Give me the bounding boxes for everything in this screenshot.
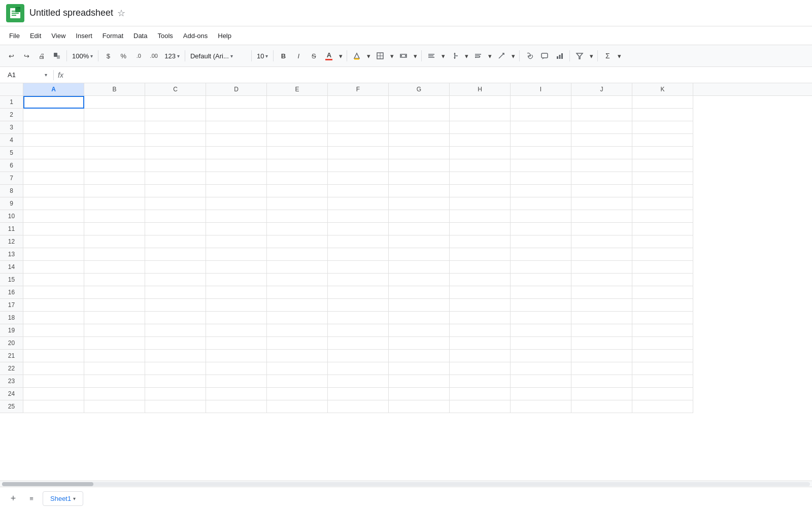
row-num-15[interactable]: 15 bbox=[0, 274, 23, 286]
cell-K25[interactable] bbox=[632, 400, 693, 413]
cell-B5[interactable] bbox=[84, 147, 145, 159]
font-color-button[interactable]: A bbox=[322, 48, 336, 63]
cell-F4[interactable] bbox=[328, 134, 389, 147]
cell-H14[interactable] bbox=[450, 261, 511, 274]
text-wrap-button[interactable] bbox=[471, 48, 485, 63]
cell-F17[interactable] bbox=[328, 299, 389, 312]
col-header-E[interactable]: E bbox=[267, 83, 328, 95]
cell-K24[interactable] bbox=[632, 388, 693, 400]
zoom-select[interactable]: 100% ▾ bbox=[70, 49, 95, 63]
cell-D10[interactable] bbox=[206, 210, 267, 223]
cell-J21[interactable] bbox=[571, 350, 632, 362]
cell-I21[interactable] bbox=[511, 350, 571, 362]
align-h-button[interactable] bbox=[424, 48, 438, 63]
row-num-23[interactable]: 23 bbox=[0, 375, 23, 388]
cell-G24[interactable] bbox=[389, 388, 450, 400]
cell-F5[interactable] bbox=[328, 147, 389, 159]
cell-F24[interactable] bbox=[328, 388, 389, 400]
cell-H8[interactable] bbox=[450, 185, 511, 197]
row-num-3[interactable]: 3 bbox=[0, 121, 23, 134]
row-num-12[interactable]: 12 bbox=[0, 235, 23, 248]
cell-H6[interactable] bbox=[450, 159, 511, 172]
cell-B8[interactable] bbox=[84, 185, 145, 197]
cell-K3[interactable] bbox=[632, 121, 693, 134]
cell-E11[interactable] bbox=[267, 223, 328, 235]
cell-E18[interactable] bbox=[267, 312, 328, 324]
cell-B12[interactable] bbox=[84, 235, 145, 248]
cell-J20[interactable] bbox=[571, 337, 632, 350]
cell-G21[interactable] bbox=[389, 350, 450, 362]
cell-G2[interactable] bbox=[389, 109, 450, 121]
cell-I24[interactable] bbox=[511, 388, 571, 400]
cell-G16[interactable] bbox=[389, 286, 450, 299]
cell-F7[interactable] bbox=[328, 172, 389, 185]
cell-H23[interactable] bbox=[450, 375, 511, 388]
cell-D6[interactable] bbox=[206, 159, 267, 172]
cell-K2[interactable] bbox=[632, 109, 693, 121]
cell-B18[interactable] bbox=[84, 312, 145, 324]
bold-button[interactable]: B bbox=[276, 48, 290, 63]
cell-H21[interactable] bbox=[450, 350, 511, 362]
cell-A7[interactable] bbox=[23, 172, 84, 185]
cell-G19[interactable] bbox=[389, 324, 450, 337]
merge-dropdown[interactable]: ▾ bbox=[412, 48, 419, 63]
cell-K5[interactable] bbox=[632, 147, 693, 159]
cell-B3[interactable] bbox=[84, 121, 145, 134]
row-num-19[interactable]: 19 bbox=[0, 324, 23, 337]
sheet1-arrow[interactable]: ▾ bbox=[73, 496, 76, 501]
cell-I18[interactable] bbox=[511, 312, 571, 324]
cell-C18[interactable] bbox=[145, 312, 206, 324]
cell-F8[interactable] bbox=[328, 185, 389, 197]
cell-H10[interactable] bbox=[450, 210, 511, 223]
row-num-24[interactable]: 24 bbox=[0, 388, 23, 400]
comment-button[interactable] bbox=[537, 48, 552, 63]
formula-input[interactable] bbox=[67, 71, 808, 79]
cell-B25[interactable] bbox=[84, 400, 145, 413]
cell-K14[interactable] bbox=[632, 261, 693, 274]
cell-H16[interactable] bbox=[450, 286, 511, 299]
scrollbar-thumb[interactable] bbox=[2, 482, 93, 486]
cell-D17[interactable] bbox=[206, 299, 267, 312]
cell-A5[interactable] bbox=[23, 147, 84, 159]
cell-D24[interactable] bbox=[206, 388, 267, 400]
sum-button[interactable]: Σ bbox=[600, 48, 615, 63]
cell-I16[interactable] bbox=[511, 286, 571, 299]
cell-J4[interactable] bbox=[571, 134, 632, 147]
row-num-5[interactable]: 5 bbox=[0, 147, 23, 159]
font-family-select[interactable]: Default (Ari... ▾ bbox=[188, 49, 249, 63]
sheet-list-button[interactable]: ≡ bbox=[24, 492, 39, 506]
cell-K16[interactable] bbox=[632, 286, 693, 299]
cell-F11[interactable] bbox=[328, 223, 389, 235]
cell-J8[interactable] bbox=[571, 185, 632, 197]
percent-button[interactable]: % bbox=[116, 48, 130, 63]
cell-H19[interactable] bbox=[450, 324, 511, 337]
cell-ref-dropdown[interactable]: ▾ bbox=[45, 72, 47, 78]
cell-F10[interactable] bbox=[328, 210, 389, 223]
cell-I14[interactable] bbox=[511, 261, 571, 274]
cell-E22[interactable] bbox=[267, 362, 328, 375]
cell-E25[interactable] bbox=[267, 400, 328, 413]
cell-A21[interactable] bbox=[23, 350, 84, 362]
cell-F21[interactable] bbox=[328, 350, 389, 362]
cell-I11[interactable] bbox=[511, 223, 571, 235]
col-header-G[interactable]: G bbox=[389, 83, 450, 95]
cell-K4[interactable] bbox=[632, 134, 693, 147]
cell-H15[interactable] bbox=[450, 274, 511, 286]
cell-A11[interactable] bbox=[23, 223, 84, 235]
row-num-25[interactable]: 25 bbox=[0, 400, 23, 413]
cell-E3[interactable] bbox=[267, 121, 328, 134]
cell-A16[interactable] bbox=[23, 286, 84, 299]
cell-G25[interactable] bbox=[389, 400, 450, 413]
row-num-10[interactable]: 10 bbox=[0, 210, 23, 223]
cell-J13[interactable] bbox=[571, 248, 632, 261]
cell-C14[interactable] bbox=[145, 261, 206, 274]
cell-K7[interactable] bbox=[632, 172, 693, 185]
cell-K13[interactable] bbox=[632, 248, 693, 261]
currency-button[interactable]: $ bbox=[101, 48, 115, 63]
cell-G18[interactable] bbox=[389, 312, 450, 324]
cell-H25[interactable] bbox=[450, 400, 511, 413]
cell-K19[interactable] bbox=[632, 324, 693, 337]
cell-G8[interactable] bbox=[389, 185, 450, 197]
cell-D20[interactable] bbox=[206, 337, 267, 350]
cell-C6[interactable] bbox=[145, 159, 206, 172]
